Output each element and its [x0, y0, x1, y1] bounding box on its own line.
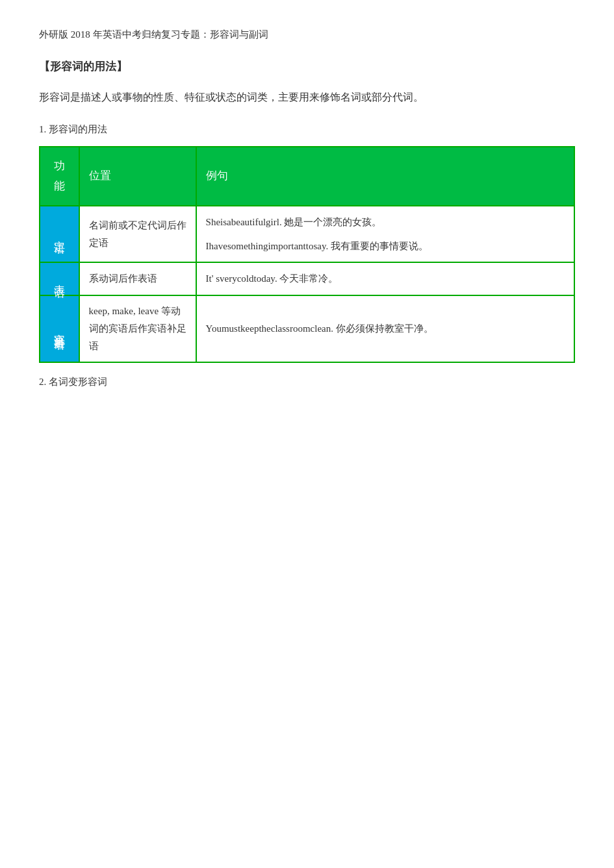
pos-cell-binyu: keep, make, leave 等动词的宾语后作宾语补足语: [79, 295, 196, 362]
func-cell-binyu: 宾语补足语: [40, 295, 79, 362]
page-container: 外研版 2018 年英语中考归纳复习专题：形容词与副词 【形容词的用法】 形容词…: [39, 26, 575, 388]
header-example: 例句: [196, 147, 574, 206]
section1-title: 【形容词的用法】: [39, 59, 575, 74]
table-row: 宾语补足语 keep, make, leave 等动词的宾语后作宾语补足语 Yo…: [40, 295, 574, 362]
header-pos: 位置: [79, 147, 196, 206]
pos-cell-dingyu: 名词前或不定代词后作定语: [79, 206, 196, 262]
description: 形容词是描述人或事物的性质、特征或状态的词类，主要用来修饰名词或部分代词。: [39, 87, 575, 108]
table-row: 表语 系动词后作表语 It' sverycoldtoday. 今天非常冷。: [40, 262, 574, 295]
table-header-row: 功能 位置 例句: [40, 147, 574, 206]
example-cell-biaoyu: It' sverycoldtoday. 今天非常冷。: [196, 262, 574, 295]
subsection1-title: 1. 形容词的用法: [39, 123, 575, 136]
example-biaoyu-1: It' sverycoldtoday. 今天非常冷。: [206, 269, 565, 288]
example-cell-binyu: Youmustkeeptheclassroomclean. 你必须保持教室干净。: [196, 295, 574, 362]
page-title: 外研版 2018 年英语中考归纳复习专题：形容词与副词: [39, 26, 575, 43]
func-cell-dingyu: 定语: [40, 206, 79, 262]
func-cell-biaoyu: 表语: [40, 262, 79, 295]
table-row: 定语 名词前或不定代词后作定语 Sheisabeautifulgirl. 她是一…: [40, 206, 574, 262]
header-func: 功能: [40, 147, 79, 206]
example-dingyu-1: Sheisabeautifulgirl. 她是一个漂亮的女孩。: [206, 213, 565, 232]
example-binyu-1: Youmustkeeptheclassroomclean. 你必须保持教室干净。: [206, 319, 565, 338]
example-cell-dingyu: Sheisabeautifulgirl. 她是一个漂亮的女孩。 Ihavesom…: [196, 206, 574, 262]
grammar-table: 功能 位置 例句 定语 名词前或不定代词后作定语 Sheisabeautiful…: [39, 146, 575, 363]
pos-cell-biaoyu: 系动词后作表语: [79, 262, 196, 295]
example-dingyu-2: Ihavesomethingimportanttosay. 我有重要的事情要说。: [206, 237, 565, 256]
subsection2-title: 2. 名词变形容词: [39, 376, 575, 388]
